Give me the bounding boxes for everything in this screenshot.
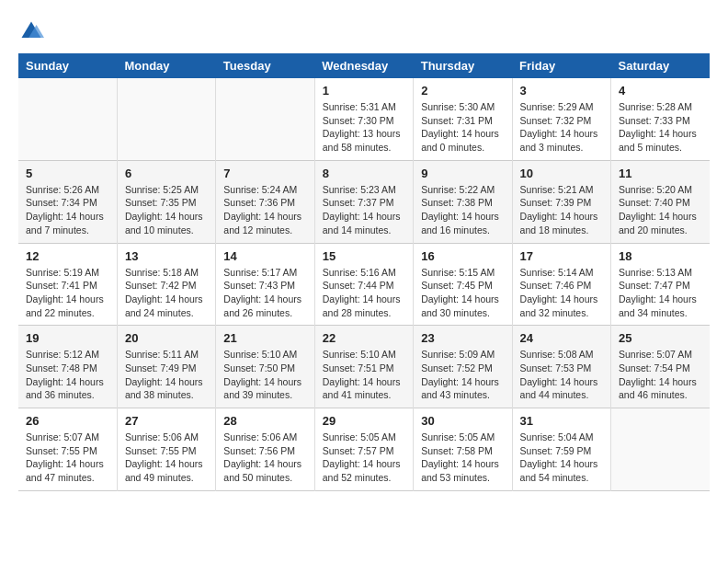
day-info: Sunrise: 5:13 AMSunset: 7:47 PMDaylight:… [619, 266, 702, 320]
day-number: 21 [223, 331, 306, 345]
day-info: Sunrise: 5:19 AMSunset: 7:41 PMDaylight:… [26, 266, 109, 320]
calendar-table: SundayMondayTuesdayWednesdayThursdayFrid… [18, 53, 710, 491]
day-info: Sunrise: 5:18 AMSunset: 7:42 PMDaylight:… [125, 266, 208, 320]
day-info: Sunrise: 5:10 AMSunset: 7:50 PMDaylight:… [223, 348, 306, 402]
weekday-header-cell: Monday [117, 53, 215, 78]
calendar-day-cell: 20Sunrise: 5:11 AMSunset: 7:49 PMDayligh… [117, 326, 215, 408]
calendar-day-cell: 26Sunrise: 5:07 AMSunset: 7:55 PMDayligh… [18, 408, 117, 491]
calendar-day-cell [117, 78, 215, 160]
day-number: 7 [223, 167, 306, 180]
day-number: 8 [323, 167, 405, 180]
day-info: Sunrise: 5:04 AMSunset: 7:59 PMDaylight:… [520, 431, 603, 485]
calendar-day-cell: 9Sunrise: 5:22 AMSunset: 7:38 PMDaylight… [414, 160, 512, 243]
calendar-day-cell: 30Sunrise: 5:05 AMSunset: 7:58 PMDayligh… [414, 408, 512, 491]
day-info: Sunrise: 5:24 AMSunset: 7:36 PMDaylight:… [223, 183, 306, 237]
calendar-day-cell [611, 408, 710, 491]
day-info: Sunrise: 5:28 AMSunset: 7:33 PMDaylight:… [619, 100, 702, 155]
calendar-day-cell: 17Sunrise: 5:14 AMSunset: 7:46 PMDayligh… [512, 243, 610, 326]
day-number: 27 [125, 414, 208, 428]
calendar-day-cell: 10Sunrise: 5:21 AMSunset: 7:39 PMDayligh… [512, 160, 610, 243]
day-number: 5 [26, 167, 109, 180]
calendar-day-cell: 25Sunrise: 5:07 AMSunset: 7:54 PMDayligh… [611, 326, 710, 408]
calendar-day-cell: 12Sunrise: 5:19 AMSunset: 7:41 PMDayligh… [18, 243, 117, 326]
weekday-header-row: SundayMondayTuesdayWednesdayThursdayFrid… [18, 53, 710, 78]
day-info: Sunrise: 5:22 AMSunset: 7:38 PMDaylight:… [421, 183, 504, 237]
day-info: Sunrise: 5:06 AMSunset: 7:55 PMDaylight:… [125, 431, 208, 485]
day-info: Sunrise: 5:11 AMSunset: 7:49 PMDaylight:… [125, 348, 208, 402]
day-info: Sunrise: 5:12 AMSunset: 7:48 PMDaylight:… [26, 348, 109, 402]
day-number: 23 [421, 331, 504, 345]
day-number: 4 [619, 84, 702, 98]
calendar-day-cell: 3Sunrise: 5:29 AMSunset: 7:32 PMDaylight… [512, 78, 610, 160]
day-number: 1 [323, 84, 405, 98]
day-number: 22 [323, 331, 405, 345]
calendar-day-cell: 23Sunrise: 5:09 AMSunset: 7:52 PMDayligh… [414, 326, 512, 408]
day-info: Sunrise: 5:10 AMSunset: 7:51 PMDaylight:… [323, 348, 405, 402]
day-number: 14 [223, 249, 306, 263]
day-number: 3 [520, 84, 603, 98]
day-info: Sunrise: 5:25 AMSunset: 7:35 PMDaylight:… [125, 183, 208, 237]
calendar-day-cell: 21Sunrise: 5:10 AMSunset: 7:50 PMDayligh… [216, 326, 314, 408]
day-number: 16 [421, 249, 504, 263]
calendar-week-row: 12Sunrise: 5:19 AMSunset: 7:41 PMDayligh… [18, 243, 710, 326]
calendar-body: 1Sunrise: 5:31 AMSunset: 7:30 PMDaylight… [18, 78, 710, 490]
day-info: Sunrise: 5:15 AMSunset: 7:45 PMDaylight:… [421, 266, 504, 320]
weekday-header-cell: Friday [512, 53, 610, 78]
calendar-day-cell: 29Sunrise: 5:05 AMSunset: 7:57 PMDayligh… [314, 408, 413, 491]
day-info: Sunrise: 5:08 AMSunset: 7:53 PMDaylight:… [520, 348, 603, 402]
day-info: Sunrise: 5:23 AMSunset: 7:37 PMDaylight:… [323, 183, 405, 237]
calendar-week-row: 5Sunrise: 5:26 AMSunset: 7:34 PMDaylight… [18, 160, 710, 243]
day-info: Sunrise: 5:31 AMSunset: 7:30 PMDaylight:… [323, 100, 405, 155]
logo-icon [18, 18, 44, 44]
day-number: 13 [125, 249, 208, 263]
weekday-header-cell: Thursday [414, 53, 512, 78]
calendar-header [18, 18, 710, 44]
day-number: 6 [125, 167, 208, 180]
calendar-day-cell: 8Sunrise: 5:23 AMSunset: 7:37 PMDaylight… [314, 160, 413, 243]
day-number: 17 [520, 249, 603, 263]
calendar-week-row: 1Sunrise: 5:31 AMSunset: 7:30 PMDaylight… [18, 78, 710, 160]
calendar-day-cell: 7Sunrise: 5:24 AMSunset: 7:36 PMDaylight… [216, 160, 314, 243]
calendar-day-cell: 14Sunrise: 5:17 AMSunset: 7:43 PMDayligh… [216, 243, 314, 326]
day-info: Sunrise: 5:14 AMSunset: 7:46 PMDaylight:… [520, 266, 603, 320]
day-number: 26 [26, 414, 109, 428]
calendar-day-cell: 31Sunrise: 5:04 AMSunset: 7:59 PMDayligh… [512, 408, 610, 491]
calendar-day-cell: 28Sunrise: 5:06 AMSunset: 7:56 PMDayligh… [216, 408, 314, 491]
calendar-day-cell: 19Sunrise: 5:12 AMSunset: 7:48 PMDayligh… [18, 326, 117, 408]
day-number: 20 [125, 331, 208, 345]
calendar-day-cell: 4Sunrise: 5:28 AMSunset: 7:33 PMDaylight… [611, 78, 710, 160]
day-number: 19 [26, 331, 109, 345]
day-info: Sunrise: 5:21 AMSunset: 7:39 PMDaylight:… [520, 183, 603, 237]
day-info: Sunrise: 5:07 AMSunset: 7:55 PMDaylight:… [26, 431, 109, 485]
day-number: 29 [323, 414, 405, 428]
calendar-day-cell: 11Sunrise: 5:20 AMSunset: 7:40 PMDayligh… [611, 160, 710, 243]
day-info: Sunrise: 5:05 AMSunset: 7:58 PMDaylight:… [421, 431, 504, 485]
day-info: Sunrise: 5:06 AMSunset: 7:56 PMDaylight:… [223, 431, 306, 485]
calendar-day-cell: 16Sunrise: 5:15 AMSunset: 7:45 PMDayligh… [414, 243, 512, 326]
day-number: 28 [223, 414, 306, 428]
weekday-header-cell: Wednesday [314, 53, 413, 78]
day-info: Sunrise: 5:16 AMSunset: 7:44 PMDaylight:… [323, 266, 405, 320]
day-number: 31 [520, 414, 603, 428]
day-number: 2 [421, 84, 504, 98]
day-info: Sunrise: 5:30 AMSunset: 7:31 PMDaylight:… [421, 100, 504, 155]
calendar-day-cell: 1Sunrise: 5:31 AMSunset: 7:30 PMDaylight… [314, 78, 413, 160]
day-info: Sunrise: 5:09 AMSunset: 7:52 PMDaylight:… [421, 348, 504, 402]
calendar-day-cell: 22Sunrise: 5:10 AMSunset: 7:51 PMDayligh… [314, 326, 413, 408]
calendar-day-cell: 27Sunrise: 5:06 AMSunset: 7:55 PMDayligh… [117, 408, 215, 491]
day-info: Sunrise: 5:07 AMSunset: 7:54 PMDaylight:… [619, 348, 702, 402]
day-info: Sunrise: 5:29 AMSunset: 7:32 PMDaylight:… [520, 100, 603, 155]
calendar-week-row: 19Sunrise: 5:12 AMSunset: 7:48 PMDayligh… [18, 326, 710, 408]
calendar-day-cell: 15Sunrise: 5:16 AMSunset: 7:44 PMDayligh… [314, 243, 413, 326]
calendar-day-cell: 5Sunrise: 5:26 AMSunset: 7:34 PMDaylight… [18, 160, 117, 243]
day-info: Sunrise: 5:20 AMSunset: 7:40 PMDaylight:… [619, 183, 702, 237]
day-number: 15 [323, 249, 405, 263]
day-number: 24 [520, 331, 603, 345]
day-info: Sunrise: 5:05 AMSunset: 7:57 PMDaylight:… [323, 431, 405, 485]
day-number: 18 [619, 249, 702, 263]
day-info: Sunrise: 5:17 AMSunset: 7:43 PMDaylight:… [223, 266, 306, 320]
day-number: 10 [520, 167, 603, 180]
calendar-day-cell: 18Sunrise: 5:13 AMSunset: 7:47 PMDayligh… [611, 243, 710, 326]
calendar-day-cell: 2Sunrise: 5:30 AMSunset: 7:31 PMDaylight… [414, 78, 512, 160]
calendar-day-cell: 13Sunrise: 5:18 AMSunset: 7:42 PMDayligh… [117, 243, 215, 326]
